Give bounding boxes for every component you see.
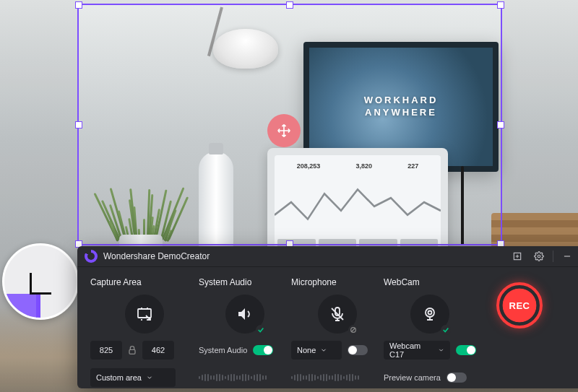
webcam-device-value: Webcam C17 (389, 341, 434, 359)
laptop-stat: 3,820 (355, 162, 372, 170)
laptop-stat: 227 (407, 162, 418, 170)
recorder-panel: Wondershare DemoCreator Capture Area Sys… (77, 246, 578, 388)
laptop-stat: 208,253 (297, 162, 321, 170)
svg-rect-13 (129, 349, 135, 354)
system-audio-status-icon (256, 325, 266, 335)
microphone-device-value: None (297, 346, 316, 354)
move-selection-handle[interactable] (267, 114, 301, 147)
titlebar-divider (553, 251, 553, 262)
svg-line-10 (352, 328, 355, 332)
wifi-antenna (461, 166, 464, 245)
microphone-level-meter (291, 373, 359, 383)
microphone-device-select[interactable]: None (291, 341, 342, 360)
chevron-down-icon (320, 347, 327, 354)
system-audio-level-meter (199, 373, 267, 383)
chevron-down-icon (146, 374, 153, 381)
system-audio-device-label: System Audio (199, 346, 247, 354)
capture-area-label: Capture Area (90, 277, 142, 287)
preview-camera-label: Preview camera (384, 373, 441, 382)
svg-rect-5 (138, 309, 151, 318)
svg-point-1 (538, 255, 540, 258)
minimize-button[interactable] (556, 246, 578, 266)
webcam-label: WebCam (384, 277, 420, 287)
capture-mode-value: Custom area (96, 373, 142, 382)
titlebar: Wondershare DemoCreator (77, 246, 578, 267)
water-bottle (199, 152, 233, 253)
expand-button[interactable] (506, 246, 528, 266)
chevron-down-icon (438, 347, 444, 354)
svg-marker-6 (238, 308, 245, 320)
capture-width-input[interactable]: 825 (90, 341, 122, 360)
microphone-status-icon (348, 325, 358, 335)
app-title: Wondershare DemoCreator (103, 251, 210, 261)
microphone-button[interactable] (318, 295, 357, 334)
system-audio-label: System Audio (199, 277, 251, 287)
preview-camera-toggle[interactable] (447, 373, 467, 383)
webcam-device-select[interactable]: Webcam C17 (384, 341, 450, 360)
capture-area-button[interactable] (125, 295, 164, 334)
app-logo-icon (85, 250, 98, 263)
webcam-button[interactable] (410, 295, 449, 334)
record-button[interactable]: REC (496, 282, 543, 328)
system-audio-toggle[interactable] (253, 345, 273, 355)
svg-point-12 (428, 311, 432, 315)
corner-magnifier (2, 243, 79, 320)
lock-aspect-icon[interactable] (126, 344, 138, 356)
microphone-toggle[interactable] (348, 345, 368, 355)
capture-mode-select[interactable]: Custom area (90, 368, 176, 387)
record-button-label: REC (509, 300, 530, 311)
svg-point-11 (426, 308, 434, 317)
settings-button[interactable] (528, 246, 550, 266)
lamp-head (213, 29, 278, 69)
system-audio-button[interactable] (225, 295, 264, 334)
webcam-toggle[interactable] (456, 345, 476, 355)
webcam-status-icon (441, 325, 451, 335)
microphone-label: Microphone (291, 277, 337, 287)
capture-height-input[interactable]: 462 (142, 341, 174, 360)
monitor-wallpaper-text: WORKHARD ANYWHERE (364, 95, 439, 119)
